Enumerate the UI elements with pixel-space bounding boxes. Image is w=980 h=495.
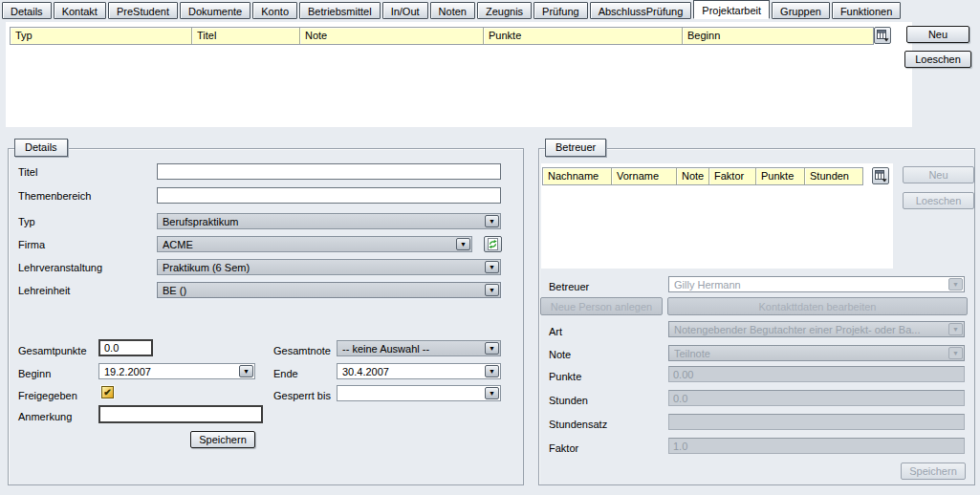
note-select-value: Teilnote bbox=[674, 347, 946, 360]
stundensatz-label: Stundensatz bbox=[549, 418, 607, 431]
gesamtpunkte-label: Gesamtpunkte bbox=[18, 344, 87, 357]
faktor-input bbox=[668, 438, 965, 454]
typ-select[interactable]: Berufspraktikum ▼ bbox=[157, 213, 501, 229]
ende-date-value: 30.4.2007 bbox=[342, 365, 482, 378]
tab-prestudent[interactable]: PreStudent bbox=[108, 2, 178, 19]
tab-pruefung[interactable]: Prüfung bbox=[534, 2, 588, 19]
lehreinheit-select[interactable]: BE () ▼ bbox=[157, 282, 501, 298]
beginn-date-select[interactable]: 19.2.2007 ▼ bbox=[98, 363, 255, 379]
tab-dokumente[interactable]: Dokumente bbox=[180, 2, 250, 19]
column-header-note[interactable]: Note bbox=[677, 168, 709, 184]
firma-label: Firma bbox=[18, 238, 45, 251]
tab-gruppen[interactable]: Gruppen bbox=[772, 2, 830, 19]
chevron-down-icon: ▼ bbox=[456, 238, 470, 250]
gesperrt-bis-label: Gesperrt bis bbox=[273, 389, 331, 402]
neue-person-anlegen-button: Neue Person anlegen bbox=[540, 297, 663, 315]
lehreinheit-label: Lehreinheit bbox=[18, 284, 70, 297]
tab-bar: Details Kontakt PreStudent Dokumente Kon… bbox=[0, 0, 980, 19]
column-chooser-icon bbox=[877, 30, 889, 42]
column-header-punkte[interactable]: Punkte bbox=[484, 28, 683, 44]
firma-refresh-button[interactable] bbox=[484, 236, 502, 252]
column-header-faktor[interactable]: Faktor bbox=[709, 168, 756, 184]
project-table: Typ Titel Note Punkte Beginn bbox=[6, 22, 912, 127]
column-chooser-icon bbox=[875, 170, 887, 183]
betreuer-table-header: Nachname Vorname Note Faktor Punkte Stun… bbox=[542, 167, 863, 185]
chevron-down-icon: ▼ bbox=[948, 323, 963, 335]
column-header-nachname[interactable]: Nachname bbox=[543, 168, 612, 184]
chevron-down-icon: ▼ bbox=[485, 387, 499, 399]
details-group-title: Details bbox=[14, 139, 68, 157]
column-header-note[interactable]: Note bbox=[300, 28, 484, 44]
column-header-titel[interactable]: Titel bbox=[192, 28, 300, 44]
anmerkung-input[interactable] bbox=[98, 405, 263, 423]
tab-details[interactable]: Details bbox=[2, 2, 52, 19]
chevron-down-icon: ▼ bbox=[948, 347, 963, 359]
tab-kontakt[interactable]: Kontakt bbox=[54, 2, 106, 19]
stundensatz-input bbox=[668, 414, 965, 430]
chevron-down-icon: ▼ bbox=[485, 284, 499, 296]
themenbereich-input[interactable] bbox=[157, 187, 501, 204]
beginn-label: Beginn bbox=[18, 367, 51, 380]
tab-projektarbeit[interactable]: Projektarbeit bbox=[693, 0, 770, 19]
lehreinheit-select-value: BE () bbox=[163, 284, 482, 297]
betreuer-label: Betreuer bbox=[549, 280, 589, 293]
betreuer-neu-button: Neu bbox=[903, 166, 974, 183]
tab-konto[interactable]: Konto bbox=[252, 2, 297, 19]
note-label: Note bbox=[549, 348, 571, 361]
tab-inout[interactable]: In/Out bbox=[382, 2, 428, 19]
chevron-down-icon: ▼ bbox=[485, 261, 499, 273]
neu-button[interactable]: Neu bbox=[906, 26, 969, 43]
loeschen-button[interactable]: Loeschen bbox=[904, 51, 971, 68]
faktor-label: Faktor bbox=[549, 441, 578, 455]
gesperrt-bis-date-select[interactable]: ▼ bbox=[337, 385, 501, 401]
details-speichern-button[interactable]: Speichern bbox=[190, 431, 255, 448]
column-chooser-button[interactable] bbox=[872, 167, 889, 184]
tab-abschlusspruefung[interactable]: AbschlussPrüfung bbox=[590, 2, 692, 19]
betreuer-table: Nachname Vorname Note Faktor Punkte Stun… bbox=[541, 163, 893, 269]
typ-label: Typ bbox=[18, 215, 35, 228]
ende-date-select[interactable]: 30.4.2007 ▼ bbox=[337, 363, 501, 379]
kontaktdaten-bearbeiten-button: Kontakttdaten bearbeiten bbox=[667, 297, 968, 315]
anmerkung-label: Anmerkung bbox=[18, 410, 72, 423]
gesamtpunkte-input[interactable] bbox=[98, 339, 153, 356]
lehrveranstaltung-select-value: Praktikum (6 Sem) bbox=[163, 261, 482, 274]
chevron-down-icon: ▼ bbox=[485, 215, 499, 227]
betreuer-person-select: Gilly Hermann ▼ bbox=[668, 276, 965, 292]
ende-label: Ende bbox=[273, 367, 298, 380]
freigegeben-label: Freigegeben bbox=[18, 389, 77, 402]
tab-noten[interactable]: Noten bbox=[430, 2, 475, 19]
column-header-beginn[interactable]: Beginn bbox=[683, 28, 873, 44]
art-select: Notengebender Begutachter einer Projekt-… bbox=[668, 321, 965, 337]
typ-select-value: Berufspraktikum bbox=[163, 215, 482, 228]
column-header-vorname[interactable]: Vorname bbox=[612, 168, 677, 184]
freigegeben-checkbox[interactable]: ✔ bbox=[101, 386, 114, 398]
firma-select[interactable]: ACME ▼ bbox=[157, 236, 472, 252]
details-groupbox: Details Titel Themenbereich Typ Berufspr… bbox=[8, 148, 524, 485]
tab-funktionen[interactable]: Funktionen bbox=[832, 2, 901, 19]
lehrveranstaltung-select[interactable]: Praktikum (6 Sem) ▼ bbox=[157, 259, 501, 275]
gesamtnote-select[interactable]: -- keine Auswahl -- ▼ bbox=[337, 340, 501, 356]
lehrveranstaltung-label: Lehrveranstaltung bbox=[18, 261, 102, 274]
tab-betriebsmittel[interactable]: Betriebsmittel bbox=[299, 2, 381, 19]
betreuer-group-title: Betreuer bbox=[545, 139, 606, 157]
betreuer-speichern-button: Speichern bbox=[901, 463, 966, 480]
project-table-header: Typ Titel Note Punkte Beginn bbox=[10, 27, 874, 45]
stunden-input bbox=[668, 390, 965, 406]
titel-input[interactable] bbox=[157, 163, 501, 180]
refresh-icon bbox=[487, 238, 499, 250]
titel-label: Titel bbox=[18, 165, 37, 179]
chevron-down-icon: ▼ bbox=[239, 365, 253, 377]
tab-zeugnis[interactable]: Zeugnis bbox=[477, 2, 532, 19]
chevron-down-icon: ▼ bbox=[485, 365, 499, 377]
column-header-stunden[interactable]: Stunden bbox=[805, 168, 860, 184]
chevron-down-icon: ▼ bbox=[948, 278, 963, 291]
chevron-down-icon: ▼ bbox=[485, 342, 499, 355]
firma-select-value: ACME bbox=[163, 238, 453, 251]
column-chooser-button[interactable] bbox=[874, 27, 891, 44]
check-icon: ✔ bbox=[103, 387, 111, 398]
note-select: Teilnote ▼ bbox=[668, 345, 965, 361]
column-header-punkte[interactable]: Punkte bbox=[756, 168, 805, 184]
punkte-input bbox=[668, 366, 965, 382]
column-header-typ[interactable]: Typ bbox=[11, 28, 192, 44]
gesamtnote-label: Gesamtnote bbox=[273, 344, 331, 357]
